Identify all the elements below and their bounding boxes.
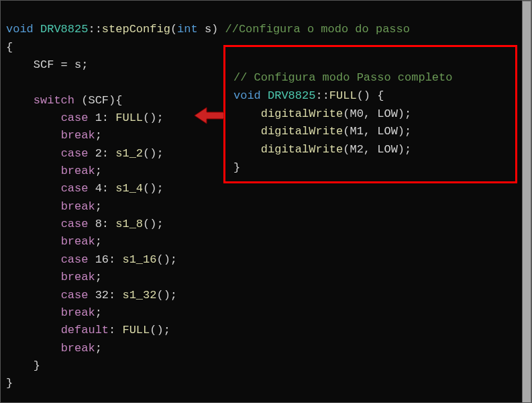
break-tail: ;: [95, 271, 102, 283]
case-tail: ();: [143, 147, 164, 160]
case-label: 1:: [88, 111, 115, 124]
assign-stmt: SCF = s;: [6, 58, 88, 71]
open-paren: (: [170, 23, 177, 36]
callout-args: (M1, LOW);: [343, 125, 411, 138]
case-tail: ();: [143, 218, 164, 230]
param-name: s: [198, 23, 211, 36]
break-tail: ;: [95, 200, 102, 213]
break-kw: break: [61, 200, 95, 213]
case-kw: case: [61, 111, 89, 124]
case-kw: case: [61, 147, 89, 160]
case-kw: case: [61, 253, 89, 266]
case-call: s1_4: [115, 182, 143, 195]
param-type: int: [177, 23, 198, 36]
callout-comment: // Configura modo Passo completo: [233, 71, 452, 84]
break-tail: ;: [95, 306, 102, 319]
arrow-left-icon: [195, 105, 224, 126]
case-kw: case: [61, 289, 89, 302]
case-label: 4:: [88, 182, 115, 195]
close-switch-brace: }: [6, 359, 40, 372]
default-kw: default: [61, 324, 109, 337]
callout-void: void: [233, 89, 261, 102]
callout-call: digitalWrite: [261, 125, 343, 138]
scope-op: ::: [88, 23, 101, 36]
break-kw: break: [61, 235, 95, 248]
callout-scope: ::: [315, 89, 329, 102]
switch-expr: (SCF){: [74, 94, 122, 107]
class-name: DRV8825: [40, 23, 88, 36]
break-tail: ;: [95, 342, 102, 355]
case-tail: ();: [156, 253, 177, 266]
case-label: 8:: [88, 218, 115, 230]
case-call: s1_32: [122, 289, 156, 302]
case-label: 2:: [88, 147, 115, 160]
func-name: stepConfig: [102, 23, 170, 36]
break-kw: break: [61, 129, 95, 142]
case-call: s1_2: [115, 147, 143, 160]
break-kw: break: [61, 271, 95, 283]
close-paren: ): [211, 23, 218, 36]
callout-code-block: // Configura modo Passo completo void DR…: [223, 45, 517, 183]
case-label: 16:: [88, 253, 122, 266]
default-tail: ();: [150, 324, 170, 337]
break-tail: ;: [95, 235, 102, 248]
callout-args: (M2, LOW);: [343, 143, 411, 156]
break-kw: break: [61, 165, 95, 177]
vertical-scrollbar[interactable]: [522, 1, 531, 403]
case-label: 32:: [88, 289, 122, 302]
case-call: FULL: [115, 111, 143, 124]
case-tail: ();: [156, 289, 177, 302]
callout-call: digitalWrite: [261, 107, 343, 120]
callout-args: (M0, LOW);: [343, 107, 411, 120]
switch-kw: switch: [34, 94, 74, 107]
callout-call: digitalWrite: [261, 143, 343, 156]
comment: //Configura o modo do passo: [218, 23, 410, 36]
callout-parens: () {: [357, 89, 384, 102]
break-kw: break: [61, 306, 95, 319]
break-tail: ;: [95, 165, 102, 177]
close-func-brace: }: [6, 377, 13, 390]
case-kw: case: [61, 182, 89, 195]
callout-class: DRV8825: [268, 89, 315, 102]
keyword-void: void: [6, 23, 34, 36]
open-brace: {: [6, 41, 13, 54]
callout-func: FULL: [329, 89, 357, 102]
default-label: :: [109, 324, 122, 337]
case-call: s1_16: [122, 253, 156, 266]
scrollbar-thumb[interactable]: [522, 1, 531, 403]
case-tail: ();: [143, 111, 164, 124]
callout-close-brace: }: [233, 161, 240, 174]
break-kw: break: [61, 342, 95, 355]
case-kw: case: [61, 218, 89, 230]
break-tail: ;: [95, 129, 102, 142]
case-call: s1_8: [115, 218, 143, 230]
default-call: FULL: [122, 324, 150, 337]
case-tail: ();: [143, 182, 164, 195]
